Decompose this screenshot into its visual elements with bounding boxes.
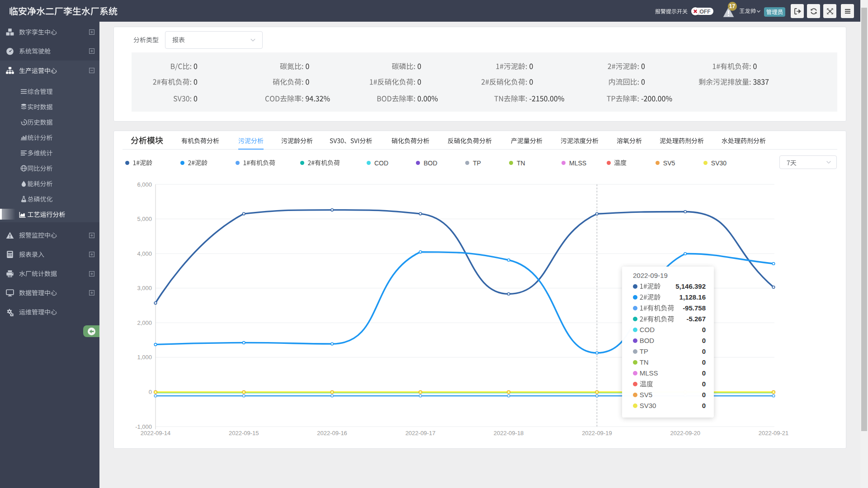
svg-text:0: 0 <box>149 389 152 395</box>
svg-text:6,000: 6,000 <box>137 181 152 188</box>
svg-text:1,000: 1,000 <box>137 354 152 361</box>
svg-text:2022-09-17: 2022-09-17 <box>406 430 436 436</box>
svg-text:2022-09-15: 2022-09-15 <box>229 430 259 436</box>
svg-text:2022-09-14: 2022-09-14 <box>141 430 171 436</box>
svg-text:2022-09-21: 2022-09-21 <box>759 430 789 436</box>
svg-text:2022-09-19: 2022-09-19 <box>582 430 612 436</box>
svg-text:5,000: 5,000 <box>137 216 152 222</box>
svg-text:2022-09-18: 2022-09-18 <box>494 430 524 436</box>
svg-text:2,000: 2,000 <box>137 319 152 326</box>
svg-text:-1,000: -1,000 <box>135 423 152 430</box>
svg-text:2022-09-16: 2022-09-16 <box>317 430 347 436</box>
svg-text:2022-09-20: 2022-09-20 <box>670 430 700 436</box>
svg-text:3,000: 3,000 <box>137 285 152 291</box>
svg-text:4,000: 4,000 <box>137 250 152 257</box>
